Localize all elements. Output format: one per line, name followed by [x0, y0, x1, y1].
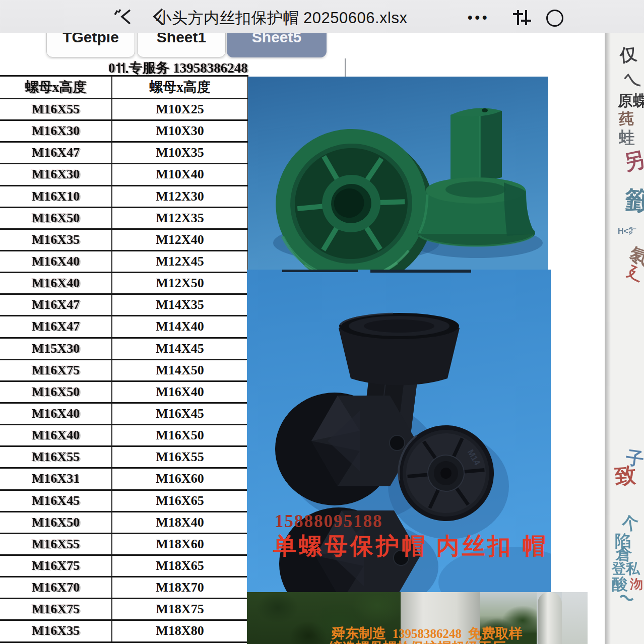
table-row: M16X47 M14X35: [0, 295, 247, 316]
sheet-tab-strip: TGetpie Sheet1 Sheet5: [0, 33, 605, 59]
overlay-phone-number: 15888095188: [275, 511, 383, 532]
table-cell-right[interactable]: M14X35: [112, 295, 247, 315]
table-cell-right[interactable]: M10X40: [112, 164, 247, 184]
sheet-tab-label: Sheet5: [252, 33, 301, 48]
table-cell-left[interactable]: M16X55: [0, 99, 112, 119]
table-cell-left[interactable]: M16X47: [0, 295, 112, 315]
table-cell-right[interactable]: M12X50: [112, 273, 247, 293]
handwriting-mark: 乀: [622, 69, 642, 93]
table-cell-right[interactable]: M18X70: [112, 577, 247, 598]
table-row: M16X50 M16X40: [0, 382, 247, 404]
table-row: M16X35 M18X80: [0, 621, 247, 642]
table-row: M16X50 M18X40: [0, 512, 247, 534]
handwriting-mark: 籤: [624, 182, 644, 219]
table-cell-right[interactable]: M16X65: [112, 491, 247, 511]
table-cell-left[interactable]: M16X47: [0, 143, 112, 163]
table-cell-right[interactable]: M16X55: [112, 447, 247, 467]
table-row: M16X40 M16X45: [0, 404, 247, 425]
header-cell-left: 螺母x高度: [0, 77, 112, 98]
photo-outdoor-strip: 舜东制造 13958386248 免费取样 缔造螺母螺栓保护帽超级工厂: [247, 592, 588, 644]
table-row: M16X50 M12X35: [0, 208, 247, 230]
more-icon[interactable]: •••: [468, 10, 489, 26]
table-cell-right[interactable]: M16X40: [112, 382, 247, 402]
table-row: M16X40 M16X50: [0, 425, 247, 447]
table-row: M16X47 M14X40: [0, 316, 247, 338]
table-cell-right[interactable]: M12X45: [112, 251, 247, 272]
table-row: M16X75 M18X75: [0, 599, 247, 621]
table-cell-left[interactable]: M16X75: [0, 360, 112, 380]
table-cell-left[interactable]: M16X70: [0, 577, 112, 598]
table-cell-left[interactable]: M16X31: [0, 469, 112, 489]
table-cell-right[interactable]: M10X25: [112, 99, 247, 119]
adjust-sliders-icon[interactable]: [511, 7, 532, 27]
table-cell-left[interactable]: M16X30: [0, 164, 112, 184]
watermark-line2: 缔造螺母螺栓保护帽超级工厂: [329, 638, 505, 644]
table-row: M16X40 M12X50: [0, 273, 247, 295]
table-cell-right[interactable]: M12X40: [112, 230, 247, 250]
table-row: M16X47 M10X35: [0, 143, 247, 164]
table-cell-right[interactable]: M10X35: [112, 143, 247, 163]
service-phone-text: 0⒒专服务 13958386248: [108, 59, 248, 77]
table-cell-left[interactable]: M16X75: [0, 599, 112, 619]
table-cell-right[interactable]: M12X30: [112, 186, 247, 207]
photo-black-caps: M14 15888095188 单螺母保护帽 内丝扣 帽: [247, 270, 551, 592]
table-cell-right[interactable]: M16X50: [112, 425, 247, 445]
table-row: M16X30 M10X30: [0, 121, 247, 143]
table-header-row: 螺母x高度 螺母x高度: [0, 77, 247, 99]
handwriting-mark: H<㌻: [618, 227, 636, 236]
header-cell-right: 螺母x高度: [112, 77, 247, 98]
table-row: M16X75 M18X65: [0, 556, 247, 577]
sheet-tab-2[interactable]: Sheet1: [137, 33, 226, 57]
table-cell-left[interactable]: M16X45: [0, 491, 112, 511]
table-cell-left[interactable]: M16X10: [0, 186, 112, 207]
table-cell-left[interactable]: M16X40: [0, 404, 112, 424]
table-row: M16X40 M12X45: [0, 251, 247, 273]
table-cell-right[interactable]: M18X65: [112, 556, 247, 576]
sheet-tab-label: Sheet1: [157, 33, 206, 48]
table-cell-left[interactable]: M16X40: [0, 273, 112, 293]
overlay-slogan: 单螺母保护帽 内丝扣 帽: [273, 531, 548, 562]
table-cell-left[interactable]: M16X75: [0, 556, 112, 576]
handwriting-mark: 廴: [624, 262, 644, 287]
table-body: M16X55 M10X25 M16X30 M10X30 M16X47 M10X3…: [0, 99, 247, 643]
table-cell-right[interactable]: M16X60: [112, 469, 247, 489]
table-row: M16X30 M10X40: [0, 164, 247, 186]
table-cell-left[interactable]: M16X40: [0, 251, 112, 272]
table-cell-left[interactable]: M16X55: [0, 534, 112, 554]
table-cell-right[interactable]: M14X40: [112, 316, 247, 337]
sheet-tab-1[interactable]: TGetpie: [46, 33, 135, 57]
table-cell-left[interactable]: M16X30: [0, 121, 112, 141]
floating-ball-icon[interactable]: [546, 10, 563, 27]
table-cell-left[interactable]: M16X35: [0, 621, 112, 641]
table-cell-right[interactable]: M16X45: [112, 404, 247, 424]
table-cell-left[interactable]: M16X50: [0, 208, 112, 228]
table-cell-left[interactable]: M16X47: [0, 316, 112, 337]
app-canvas: 小头方内丝扣保护帽 20250606.xlsx ••• TGetpie Shee…: [0, 0, 644, 644]
green-caps-illustration: [248, 77, 548, 270]
table-cell-right[interactable]: M14X50: [112, 360, 247, 380]
table-cell-right[interactable]: M18X75: [112, 599, 247, 619]
sky-right: [562, 592, 588, 644]
spec-table: 螺母x高度 螺母x高度 M16X55 M10X25 M16X30 M10X30 …: [0, 75, 248, 643]
table-cell-left[interactable]: M15X30: [0, 339, 112, 359]
table-cell-right[interactable]: M18X40: [112, 512, 247, 533]
table-cell-right[interactable]: M10X30: [112, 121, 247, 141]
table-cell-right[interactable]: M18X80: [112, 621, 247, 641]
sidebar-shadow: [605, 33, 611, 644]
table-row: M16X70 M18X70: [0, 577, 247, 599]
table-cell-right[interactable]: M14X45: [112, 339, 247, 359]
table-cell-left[interactable]: M16X35: [0, 230, 112, 250]
table-row: M16X31 M16X60: [0, 469, 247, 490]
handwriting-mark: 另: [621, 145, 644, 177]
sheet-tab-3-active[interactable]: Sheet5: [227, 33, 327, 57]
table-cell-left[interactable]: M16X50: [0, 512, 112, 533]
table-cell-left[interactable]: M16X55: [0, 447, 112, 467]
table-cell-right[interactable]: M12X35: [112, 208, 247, 228]
table-cell-left[interactable]: M16X40: [0, 425, 112, 445]
table-row: M16X45 M16X65: [0, 491, 247, 512]
table-cell-left[interactable]: M16X50: [0, 382, 112, 402]
concrete-pole: [538, 592, 562, 644]
table-row: M16X35 M12X40: [0, 230, 247, 251]
table-cell-right[interactable]: M18X60: [112, 534, 247, 554]
table-row: M16X10 M12X30: [0, 186, 247, 208]
